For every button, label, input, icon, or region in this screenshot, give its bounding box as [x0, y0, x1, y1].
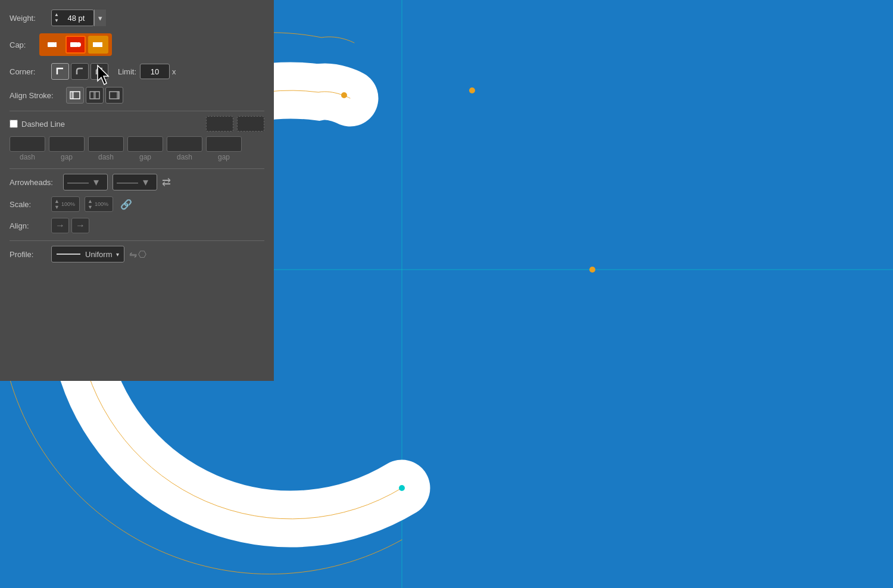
- dashed-line-checkbox-wrap[interactable]: Dashed Line: [10, 120, 65, 129]
- scale-link-icon[interactable]: 🔗: [120, 199, 132, 210]
- weight-row: Weight: ▲ ▼ 48 pt ▾: [10, 10, 264, 26]
- scale-label: Scale:: [10, 200, 51, 209]
- gap-input-2: gap: [127, 136, 163, 161]
- dash-value-2[interactable]: [88, 136, 124, 152]
- corner-row: Corner: Limit: 10 x: [10, 63, 264, 80]
- svg-rect-10: [93, 42, 102, 47]
- profile-name: Uniform: [85, 250, 113, 259]
- scale-left-wrap: ▲▼ 100%: [51, 196, 80, 212]
- profile-line: [57, 254, 80, 255]
- dash-input-1: dash: [10, 136, 45, 161]
- weight-dropdown-button[interactable]: ▾: [94, 10, 106, 26]
- profile-edit-button[interactable]: ⎔: [138, 249, 146, 260]
- svg-rect-12: [71, 92, 74, 99]
- weight-value[interactable]: 48 pt: [61, 14, 91, 23]
- dashed-opt-2[interactable]: [237, 116, 264, 132]
- dash-input-3: dash: [167, 136, 202, 161]
- dashed-line-label: Dashed Line: [21, 120, 65, 129]
- svg-point-9: [76, 42, 81, 47]
- profile-caret-icon: ▾: [116, 251, 119, 258]
- arrowheads-label: Arrowheads:: [10, 178, 63, 187]
- profile-row: Profile: Uniform ▾ ⇋ ⎔: [10, 246, 264, 262]
- gap-value-2[interactable]: [127, 136, 163, 152]
- weight-up-arrow[interactable]: ▲: [54, 12, 59, 18]
- align-arrow-left-button[interactable]: →: [51, 218, 69, 233]
- divider-1: [10, 111, 264, 111]
- svg-point-4: [589, 267, 595, 273]
- cap-flat-button[interactable]: [43, 36, 63, 54]
- svg-rect-16: [117, 92, 119, 99]
- align-outside-button[interactable]: [105, 87, 123, 104]
- dash-value-1[interactable]: [10, 136, 45, 152]
- arrow-left-line: ——: [67, 176, 89, 189]
- dash-label-1: dash: [20, 153, 35, 161]
- arrow-left-select[interactable]: —— ▾: [63, 174, 108, 190]
- corner-label: Corner:: [10, 67, 51, 76]
- align-stroke-label: Align Stroke:: [10, 91, 66, 100]
- dash-value-3[interactable]: [167, 136, 202, 152]
- weight-spinners[interactable]: ▲ ▼: [54, 12, 59, 24]
- align-center-button[interactable]: [86, 87, 104, 104]
- corner-buttons-group: [51, 63, 108, 80]
- gap-value-1[interactable]: [49, 136, 85, 152]
- stroke-panel: Weight: ▲ ▼ 48 pt ▾ Cap:: [0, 0, 274, 381]
- cap-square-button[interactable]: [88, 36, 108, 54]
- scale-right-wrap: ▲▼ 100%: [85, 196, 113, 212]
- gap-label-1: gap: [61, 153, 73, 161]
- profile-label: Profile:: [10, 250, 51, 259]
- scale-right-value[interactable]: 100%: [95, 201, 108, 207]
- gap-input-3: gap: [206, 136, 242, 161]
- dash-label-2: dash: [98, 153, 114, 161]
- cap-round-button[interactable]: [65, 36, 86, 54]
- scale-row: Scale: ▲▼ 100% ▲▼ 100% 🔗: [10, 196, 264, 212]
- align-arrow-right-button[interactable]: →: [71, 218, 89, 233]
- gap-input-1: gap: [49, 136, 85, 161]
- gap-label-2: gap: [139, 153, 151, 161]
- align-inside-button[interactable]: [66, 87, 84, 104]
- align-stroke-buttons: [66, 87, 123, 104]
- arrow-left-dropdown-icon: ▾: [93, 176, 99, 189]
- divider-2: [10, 168, 264, 169]
- limit-x: x: [172, 67, 176, 76]
- arrow-right-dropdown-icon: ▾: [143, 176, 148, 189]
- arrow-right-select[interactable]: —— ▾: [113, 174, 157, 190]
- cap-label: Cap:: [10, 40, 39, 49]
- dashed-opt-1[interactable]: [206, 116, 233, 132]
- scale-left-value[interactable]: 100%: [61, 201, 75, 207]
- svg-point-3: [469, 87, 475, 93]
- svg-rect-14: [93, 92, 96, 99]
- align-stroke-row: Align Stroke:: [10, 87, 264, 104]
- cap-row: Cap:: [10, 33, 264, 56]
- arrow-swap-button[interactable]: ⇄: [162, 176, 171, 189]
- scale-left-spinners[interactable]: ▲▼: [54, 198, 60, 210]
- corner-bevel-button[interactable]: [90, 63, 108, 80]
- align-label: Align:: [10, 221, 51, 230]
- corner-round-button[interactable]: [71, 63, 89, 80]
- dash-input-2: dash: [88, 136, 124, 161]
- dashed-line-checkbox[interactable]: [10, 120, 18, 128]
- gap-label-3: gap: [218, 153, 230, 161]
- dash-gap-row: dash gap dash gap dash gap: [10, 136, 264, 161]
- align-arrow-row: Align: → →: [10, 218, 264, 233]
- scale-right-spinners[interactable]: ▲▼: [88, 198, 93, 210]
- arrowheads-row: Arrowheads: —— ▾ —— ▾ ⇄: [10, 174, 264, 190]
- corner-miter-button[interactable]: [51, 63, 69, 80]
- arrow-right-line: ——: [117, 176, 138, 189]
- weight-label: Weight:: [10, 14, 51, 23]
- dash-label-3: dash: [177, 153, 192, 161]
- dashed-line-row: Dashed Line: [10, 116, 264, 132]
- weight-down-arrow[interactable]: ▼: [54, 18, 59, 24]
- svg-point-5: [399, 485, 405, 491]
- profile-select[interactable]: Uniform ▾: [51, 246, 124, 262]
- divider-3: [10, 240, 264, 241]
- svg-point-2: [341, 92, 347, 98]
- limit-input[interactable]: 10: [140, 64, 170, 79]
- profile-flip-button[interactable]: ⇋: [129, 249, 137, 260]
- cap-buttons-group: [39, 33, 112, 56]
- svg-rect-7: [55, 42, 57, 47]
- gap-value-3[interactable]: [206, 136, 242, 152]
- limit-label: Limit:: [118, 67, 136, 76]
- dashed-options: [206, 116, 264, 132]
- weight-input-wrapper: ▲ ▼ 48 pt: [51, 10, 94, 26]
- svg-rect-6: [48, 42, 55, 47]
